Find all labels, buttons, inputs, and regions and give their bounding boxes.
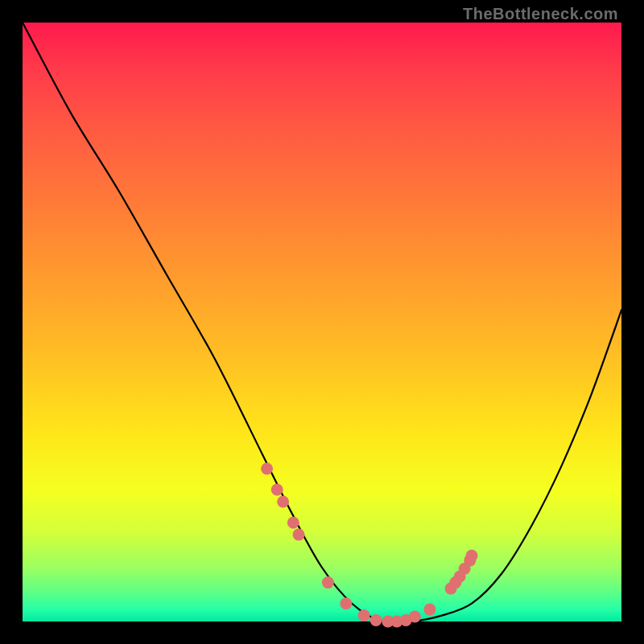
marker-dot [423,604,436,616]
marker-group [261,463,477,628]
main-curve [23,23,621,623]
marker-dot [409,611,421,623]
marker-dot [466,550,478,562]
chart-frame: TheBottleneck.com [0,0,644,644]
marker-dot [287,517,299,529]
marker-dot [261,463,273,475]
marker-dot [271,484,283,496]
watermark-label: TheBottleneck.com [463,5,618,23]
marker-dot [358,609,370,621]
curve-layer [23,23,621,621]
marker-dot [340,597,352,609]
marker-dot [293,529,305,541]
marker-dot [322,576,334,588]
marker-dot [277,496,289,508]
marker-dot [370,614,382,626]
